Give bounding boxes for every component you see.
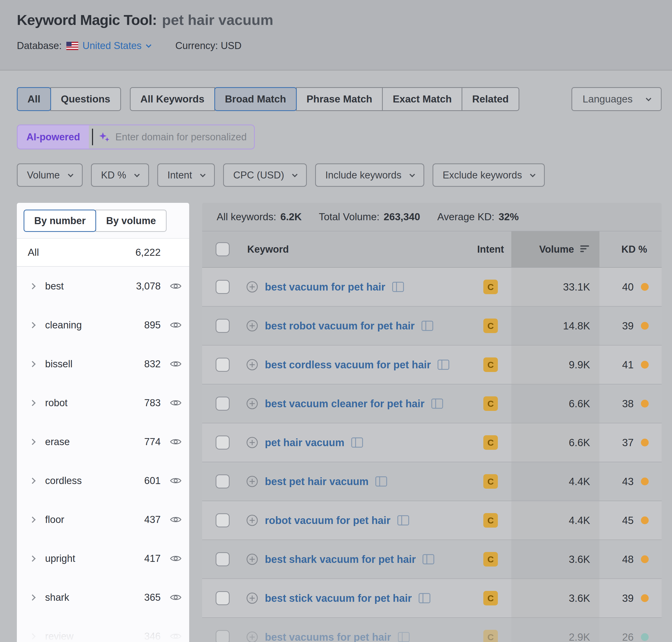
sidebar-group-row[interactable]: cleaning 895 [17, 306, 189, 345]
eye-icon[interactable] [170, 321, 181, 329]
chevron-right-icon[interactable] [29, 555, 36, 562]
sidebar-group-row[interactable]: bissell 832 [17, 345, 189, 383]
domain-input[interactable] [115, 131, 246, 143]
row-checkbox[interactable] [215, 436, 229, 450]
volume-header-label: Volume [539, 244, 574, 255]
plus-circle-icon[interactable] [246, 514, 258, 526]
serp-features-icon[interactable] [419, 593, 431, 603]
sidebar-group-row[interactable]: best 3,078 [17, 267, 189, 306]
eye-icon[interactable] [170, 282, 181, 290]
database-selector[interactable]: United States [82, 40, 150, 51]
tab-exact-match[interactable]: Exact Match [382, 87, 462, 111]
tab-broad-match[interactable]: Broad Match [214, 87, 297, 111]
row-checkbox[interactable] [215, 591, 229, 605]
chevron-right-icon[interactable] [29, 633, 36, 639]
keyword-link[interactable]: best vacuum for pet hair [265, 281, 385, 293]
kd-value: 38 [622, 398, 634, 410]
chevron-right-icon[interactable] [29, 361, 36, 367]
chevron-right-icon[interactable] [29, 400, 36, 406]
eye-icon[interactable] [170, 477, 181, 485]
keyword-link[interactable]: pet hair vacuum [265, 437, 344, 449]
row-checkbox[interactable] [215, 630, 229, 642]
keyword-link[interactable]: best shark vacuum for pet hair [265, 554, 416, 565]
serp-features-icon[interactable] [351, 437, 363, 448]
sidebar-all-row[interactable]: All 6,222 [17, 238, 189, 267]
row-checkbox[interactable] [215, 513, 229, 527]
serp-features-icon[interactable] [437, 360, 449, 370]
chevron-right-icon[interactable] [29, 283, 36, 289]
keyword-link[interactable]: best stick vacuum for pet hair [265, 592, 412, 604]
filter-kd[interactable]: KD % [91, 164, 149, 187]
serp-features-icon[interactable] [397, 515, 409, 526]
plus-circle-icon[interactable] [246, 359, 258, 371]
keyword-link[interactable]: robot vacuum for pet hair [265, 515, 391, 526]
plus-circle-icon[interactable] [246, 281, 258, 293]
row-checkbox[interactable] [215, 358, 229, 372]
plus-circle-icon[interactable] [246, 631, 258, 642]
chevron-right-icon[interactable] [29, 439, 36, 445]
chevron-right-icon[interactable] [29, 594, 36, 601]
kd-cell: 43 [599, 462, 662, 501]
keyword-link[interactable]: best vacuum cleaner for pet hair [265, 398, 424, 410]
sidebar-group-row[interactable]: floor 437 [17, 500, 189, 539]
serp-features-icon[interactable] [431, 398, 443, 409]
eye-icon[interactable] [170, 438, 181, 446]
row-checkbox[interactable] [215, 397, 229, 411]
intent-cell: C [470, 501, 511, 540]
keyword-link[interactable]: best pet hair vacuum [265, 476, 369, 487]
plus-circle-icon[interactable] [246, 398, 258, 410]
row-checkbox[interactable] [215, 552, 229, 566]
languages-dropdown[interactable]: Languages [571, 87, 662, 111]
filter-intent[interactable]: Intent [157, 164, 215, 187]
keyword-link[interactable]: best robot vacuum for pet hair [265, 320, 414, 332]
chevron-right-icon[interactable] [29, 477, 36, 484]
eye-icon[interactable] [170, 399, 181, 407]
row-checkbox[interactable] [215, 280, 229, 294]
toggle-by-volume[interactable]: By volume [95, 209, 167, 232]
serp-features-icon[interactable] [398, 632, 410, 642]
row-checkbox-cell [202, 540, 241, 578]
tab-all[interactable]: All [17, 87, 51, 111]
serp-features-icon[interactable] [375, 476, 387, 487]
plus-circle-icon[interactable] [246, 320, 258, 332]
tab-all-keywords[interactable]: All Keywords [130, 87, 215, 111]
toggle-by-number[interactable]: By number [24, 209, 96, 232]
plus-circle-icon[interactable] [246, 475, 258, 487]
tab-phrase-match[interactable]: Phrase Match [296, 87, 383, 111]
filter-volume[interactable]: Volume [17, 164, 83, 187]
kd-value: 48 [622, 554, 634, 565]
keyword-link[interactable]: best vacuums for pet hair [265, 631, 391, 642]
eye-icon[interactable] [170, 555, 181, 562]
column-header-volume[interactable]: Volume [511, 231, 599, 267]
eye-icon[interactable] [170, 632, 181, 640]
sidebar-group-row[interactable]: shark 365 [17, 578, 189, 617]
chevron-right-icon[interactable] [29, 322, 36, 328]
row-checkbox[interactable] [215, 474, 229, 488]
select-all-checkbox[interactable] [215, 242, 229, 256]
eye-icon[interactable] [170, 593, 181, 601]
tab-questions[interactable]: Questions [50, 87, 121, 111]
eye-icon[interactable] [170, 516, 181, 524]
table-row: robot vacuum for pet hair C 4.4K 45 [202, 501, 662, 540]
tab-related[interactable]: Related [462, 87, 519, 111]
keyword-link[interactable]: best cordless vacuum for pet hair [265, 359, 431, 371]
sidebar-group-row[interactable]: robot 783 [17, 383, 189, 422]
row-checkbox[interactable] [215, 319, 229, 333]
sidebar-group-row[interactable]: erase 774 [17, 422, 189, 461]
filter-include-keywords[interactable]: Include keywords [315, 164, 424, 187]
sidebar-group-row[interactable]: cordless 601 [17, 461, 189, 500]
column-header-kd[interactable]: KD % [599, 231, 662, 267]
chevron-right-icon[interactable] [29, 516, 36, 523]
filter-exclude-keywords[interactable]: Exclude keywords [433, 164, 545, 187]
serp-features-icon[interactable] [421, 321, 433, 331]
eye-icon[interactable] [170, 360, 181, 368]
plus-circle-icon[interactable] [246, 437, 258, 449]
sidebar-group-row[interactable]: review 346 [17, 617, 189, 642]
plus-circle-icon[interactable] [246, 592, 258, 604]
serp-features-icon[interactable] [422, 554, 434, 564]
sidebar-group-row[interactable]: upright 417 [17, 539, 189, 578]
filter-cpc[interactable]: CPC (USD) [223, 164, 307, 187]
volume-value: 4.4K [569, 476, 590, 487]
plus-circle-icon[interactable] [246, 553, 258, 565]
serp-features-icon[interactable] [392, 282, 404, 292]
